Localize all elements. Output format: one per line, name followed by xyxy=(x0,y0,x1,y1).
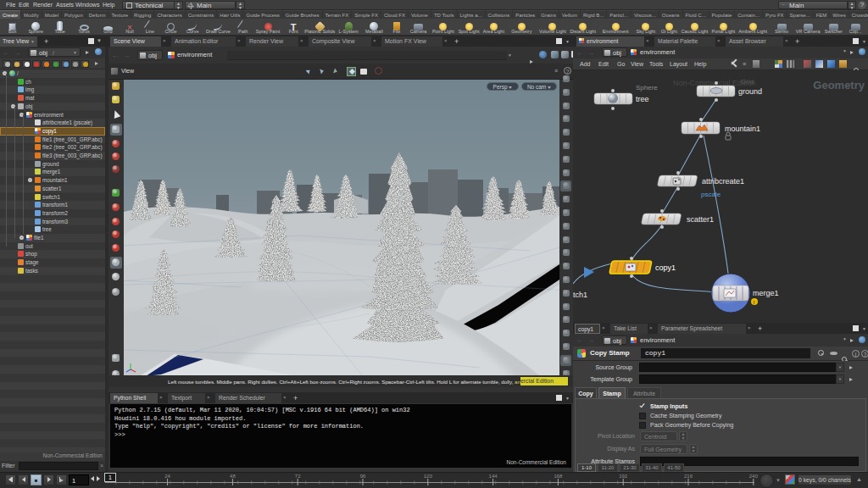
svg-text:attribcreate1: attribcreate1 xyxy=(702,177,744,186)
svg-text:216: 216 xyxy=(684,474,693,479)
svg-text:72: 72 xyxy=(295,474,301,479)
svg-text:144: 144 xyxy=(489,474,498,479)
svg-text:ground: ground xyxy=(738,87,762,96)
svg-text:merge1: merge1 xyxy=(753,289,779,297)
svg-text:scatter1: scatter1 xyxy=(687,215,714,224)
svg-text:24: 24 xyxy=(164,474,170,479)
svg-text:tree: tree xyxy=(636,95,649,103)
svg-text:Geometry: Geometry xyxy=(813,79,865,92)
svg-text:copy1: copy1 xyxy=(655,263,676,272)
svg-text:tch1: tch1 xyxy=(573,291,587,299)
svg-text:192: 192 xyxy=(619,474,628,479)
svg-text:pscale: pscale xyxy=(701,191,721,198)
svg-text:120: 120 xyxy=(424,474,433,479)
svg-text:96: 96 xyxy=(360,474,366,479)
svg-text:Sphere: Sphere xyxy=(636,84,658,92)
svg-text:168: 168 xyxy=(554,474,563,479)
svg-text:!: ! xyxy=(754,300,755,305)
svg-text:mountain1: mountain1 xyxy=(725,125,760,133)
svg-text:Grid: Grid xyxy=(741,78,754,86)
svg-text:240: 240 xyxy=(749,474,759,479)
svg-text:48: 48 xyxy=(230,474,236,479)
